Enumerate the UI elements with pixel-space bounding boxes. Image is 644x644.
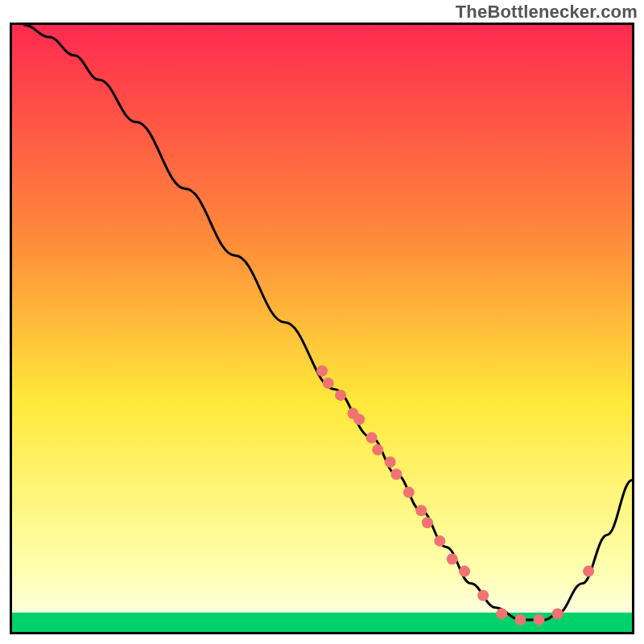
marker-point <box>459 566 470 577</box>
chart-svg <box>12 25 632 632</box>
marker-point <box>583 566 594 577</box>
marker-point <box>422 517 433 528</box>
marker-point <box>496 608 507 619</box>
watermark-text: TheBottlenecker.com <box>456 2 638 23</box>
marker-point <box>534 614 545 625</box>
marker-point <box>403 487 415 498</box>
marker-point <box>447 554 458 565</box>
curve-markers <box>316 365 594 625</box>
marker-point <box>434 535 445 547</box>
marker-point <box>372 444 383 456</box>
marker-point <box>552 608 564 619</box>
marker-point <box>477 590 489 601</box>
marker-point <box>335 390 346 401</box>
marker-point <box>385 456 396 468</box>
marker-point <box>366 432 378 444</box>
bottleneck-curve <box>24 25 632 620</box>
plot-area <box>10 23 634 634</box>
marker-point <box>514 614 526 625</box>
chart-container: TheBottlenecker.com <box>0 0 644 644</box>
marker-point <box>323 378 334 389</box>
marker-point <box>390 469 402 480</box>
marker-point <box>353 414 365 425</box>
marker-point <box>415 505 427 516</box>
marker-point <box>316 365 328 377</box>
